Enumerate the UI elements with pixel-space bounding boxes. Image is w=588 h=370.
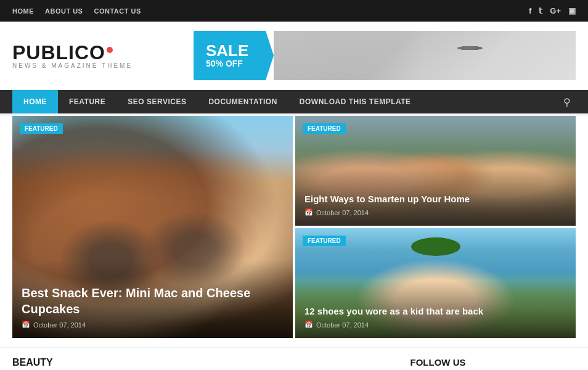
featured-large-card[interactable]: FEATURED Best Snack Ever: Mini Mac and C…: [12, 116, 293, 338]
calendar-icon-small-1: 📅: [304, 208, 313, 216]
card-overlay-small-1: Eight Ways to Smarten up Your Home 📅 Oct…: [295, 168, 576, 226]
right-column: FEATURED Eight Ways to Smarten up Your H…: [295, 116, 576, 338]
beauty-title: BEAUTY: [12, 357, 53, 370]
nav-seo[interactable]: SEO SERVICES: [116, 90, 197, 113]
sale-badge: SALE 50% OFF: [194, 31, 274, 80]
logo-area: PUBLICO NEWS & MAGAZINE THEME: [12, 43, 133, 69]
top-bar: HOME ABOUT US CONTACT US f 𝕥 G+ ▣: [0, 0, 588, 22]
social-icons-top: f 𝕥 G+ ▣: [529, 6, 576, 15]
small-card-1-date-text: October 07, 2014: [316, 209, 369, 216]
card-overlay-large: Best Snack Ever: Mini Mac and Cheese Cup…: [12, 260, 293, 338]
small-card-2-date-text: October 07, 2014: [316, 321, 369, 329]
main-nav: HOME FEATURE SEO SERVICES DOCUMENTATION …: [0, 90, 588, 113]
logo[interactable]: PUBLICO: [12, 43, 133, 62]
hat-shape: [411, 237, 460, 256]
calendar-icon-small-2: 📅: [304, 321, 313, 329]
follow-title: FOLLOW US: [300, 357, 576, 368]
small-card-2-title: 12 shoes you wore as a kid that are back: [304, 305, 566, 318]
search-icon[interactable]: ⚲: [558, 91, 576, 113]
nav-download[interactable]: DOWNLOAD THIS TEMPLATE: [288, 90, 422, 113]
logo-tagline: NEWS & MAGAZINE THEME: [12, 62, 133, 69]
content-area: FEATURED Best Snack Ever: Mini Mac and C…: [0, 116, 588, 347]
top-nav: HOME ABOUT US CONTACT US: [12, 7, 141, 15]
card-overlay-small-2: 12 shoes you wore as a kid that are back…: [295, 281, 576, 339]
sale-off: 50% OFF: [206, 59, 261, 68]
banner-overlay: [274, 31, 576, 80]
sale-text: SALE: [206, 43, 261, 59]
facebook-icon[interactable]: f: [529, 6, 531, 15]
logo-dot: [107, 47, 113, 53]
instagram-icon[interactable]: ▣: [568, 6, 576, 15]
site-header: PUBLICO NEWS & MAGAZINE THEME SALE 50% O…: [0, 22, 588, 90]
small-card-1-title: Eight Ways to Smarten up Your Home: [304, 193, 566, 205]
logo-text: PUBLICO: [12, 43, 105, 62]
top-nav-home[interactable]: HOME: [12, 7, 34, 15]
small-card-1-date: 📅 October 07, 2014: [304, 208, 566, 216]
top-nav-about[interactable]: ABOUT US: [45, 7, 83, 15]
nav-home[interactable]: HOME: [12, 90, 58, 113]
featured-badge-small-2: FEATURED: [303, 236, 346, 246]
main-grid: FEATURED Best Snack Ever: Mini Mac and C…: [12, 116, 576, 338]
large-card-date: 📅 October 07, 2014: [22, 321, 284, 329]
top-nav-contact[interactable]: CONTACT US: [94, 7, 141, 15]
featured-small-card-2[interactable]: FEATURED 12 shoes you wore as a kid that…: [295, 228, 576, 338]
twitter-icon[interactable]: 𝕥: [539, 6, 542, 15]
banner-image: [274, 31, 576, 80]
nav-items: HOME FEATURE SEO SERVICES DOCUMENTATION …: [12, 90, 558, 113]
featured-badge-large: FEATURED: [20, 123, 63, 134]
googleplus-icon[interactable]: G+: [550, 6, 561, 15]
featured-badge-small-1: FEATURED: [303, 123, 346, 134]
large-card-title: Best Snack Ever: Mini Mac and Cheese Cup…: [22, 285, 284, 317]
featured-small-card-1[interactable]: FEATURED Eight Ways to Smarten up Your H…: [295, 116, 576, 226]
follow-section: FOLLOW US Facebook Twitter: [300, 357, 576, 370]
banner-ad[interactable]: SALE 50% OFF: [194, 31, 576, 80]
calendar-icon-large: 📅: [22, 321, 30, 329]
bottom-section: BEAUTY FOLLOW US Facebook Twitter: [0, 347, 588, 370]
small-card-2-date: 📅 October 07, 2014: [304, 321, 566, 329]
nav-docs[interactable]: DOCUMENTATION: [197, 90, 288, 113]
nav-feature[interactable]: FEATURE: [58, 90, 116, 113]
beauty-section: BEAUTY: [12, 357, 288, 370]
large-card-date-text: October 07, 2014: [33, 321, 86, 329]
